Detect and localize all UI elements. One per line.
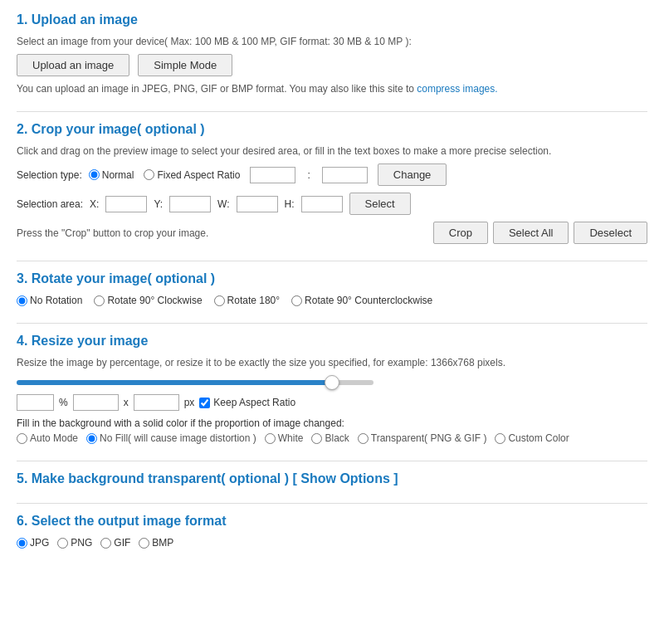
y-input[interactable]: 0 bbox=[169, 196, 211, 212]
resize-slider[interactable] bbox=[17, 380, 374, 385]
selection-type-row: Selection type: Normal Fixed Aspect Rati… bbox=[17, 163, 647, 186]
w-input[interactable]: 0 bbox=[237, 196, 278, 212]
crop-description: Click and drag on the preview image to s… bbox=[17, 145, 647, 157]
gif-format-label[interactable]: GIF bbox=[100, 537, 130, 549]
fixed-ratio-radio[interactable] bbox=[144, 169, 154, 180]
h-label: H: bbox=[285, 198, 295, 210]
rotate-section: 3. Rotate your image( optional ) No Rota… bbox=[17, 271, 647, 306]
upload-buttons-container: Upload an image Simple Mode bbox=[17, 54, 647, 76]
select-button[interactable]: Select bbox=[349, 193, 411, 215]
auto-mode-label[interactable]: Auto Mode bbox=[17, 432, 78, 444]
divider-1 bbox=[17, 111, 647, 112]
no-fill-label[interactable]: No Fill( will cause image distortion ) bbox=[86, 432, 256, 444]
black-fill-text: Black bbox=[325, 432, 349, 444]
x-symbol: x bbox=[124, 397, 129, 408]
keep-aspect-label[interactable]: Keep Aspect Ratio bbox=[199, 397, 295, 408]
rotate-clockwise-radio[interactable] bbox=[94, 295, 105, 306]
simple-mode-button[interactable]: Simple Mode bbox=[138, 54, 232, 76]
keep-aspect-text: Keep Aspect Ratio bbox=[213, 397, 295, 408]
black-fill-radio[interactable] bbox=[311, 433, 322, 444]
rotate-180-label[interactable]: Rotate 180° bbox=[214, 295, 281, 306]
upload-image-button[interactable]: Upload an image bbox=[17, 54, 129, 76]
bmp-label-text: BMP bbox=[152, 537, 173, 549]
normal-radio[interactable] bbox=[89, 169, 100, 180]
select-all-button[interactable]: Select All bbox=[493, 222, 569, 244]
rotate-clockwise-label[interactable]: Rotate 90° Clockwise bbox=[94, 295, 202, 306]
transparent-fill-radio[interactable] bbox=[358, 433, 369, 444]
rotate-counterclockwise-label[interactable]: Rotate 90° Counterclockwise bbox=[291, 295, 432, 306]
px-symbol: px bbox=[184, 397, 195, 408]
fill-options: Fill in the background with a solid colo… bbox=[17, 417, 647, 444]
bmp-format-label[interactable]: BMP bbox=[139, 537, 173, 549]
h-input[interactable]: 0 bbox=[301, 196, 343, 212]
rotate-180-text: Rotate 180° bbox=[227, 295, 281, 306]
transparent-fill-text: Transparent( PNG & GIF ) bbox=[371, 432, 487, 444]
resize-percent-input[interactable]: 100 bbox=[17, 394, 54, 411]
gif-radio[interactable] bbox=[100, 538, 111, 549]
transparent-fill-label[interactable]: Transparent( PNG & GIF ) bbox=[358, 432, 487, 444]
custom-color-radio[interactable] bbox=[495, 433, 505, 444]
png-radio[interactable] bbox=[57, 538, 68, 549]
normal-radio-label[interactable]: Normal bbox=[89, 169, 134, 181]
auto-mode-radio[interactable] bbox=[17, 433, 27, 444]
compress-images-link[interactable]: compress images. bbox=[417, 83, 497, 95]
no-rotation-label[interactable]: No Rotation bbox=[17, 295, 82, 306]
white-fill-radio[interactable] bbox=[265, 433, 276, 444]
resize-height-input[interactable]: 500 bbox=[134, 394, 179, 411]
deselect-button[interactable]: Deselect bbox=[574, 222, 647, 244]
upload-footer: You can upload an image in JPEG, PNG, GI… bbox=[17, 83, 647, 95]
resize-section: 4. Resize your image Resize the image by… bbox=[17, 334, 647, 444]
fill-description: Fill in the background with a solid colo… bbox=[17, 417, 647, 429]
rotate-counterclockwise-radio[interactable] bbox=[291, 295, 302, 306]
rotate-options: No Rotation Rotate 90° Clockwise Rotate … bbox=[17, 295, 647, 306]
resize-heading: 4. Resize your image bbox=[17, 334, 647, 349]
ratio-width-input[interactable]: 1366 bbox=[250, 167, 295, 183]
no-fill-radio[interactable] bbox=[86, 433, 97, 444]
x-label: X: bbox=[90, 198, 99, 210]
upload-footer-text: You can upload an image in JPEG, PNG, GI… bbox=[17, 83, 417, 95]
resize-inputs-row: 100 % 500 x 500 px Keep Aspect Ratio bbox=[17, 394, 647, 411]
normal-radio-text: Normal bbox=[102, 169, 134, 181]
change-button[interactable]: Change bbox=[378, 163, 447, 186]
crop-heading: 2. Crop your image( optional ) bbox=[17, 122, 647, 137]
black-fill-label[interactable]: Black bbox=[311, 432, 349, 444]
bmp-radio[interactable] bbox=[139, 538, 149, 549]
selection-type-label: Selection type: bbox=[17, 169, 82, 181]
png-format-label[interactable]: PNG bbox=[57, 537, 92, 549]
y-label: Y: bbox=[154, 198, 163, 210]
resize-description: Resize the image by percentage, or resiz… bbox=[17, 357, 647, 368]
rotate-180-radio[interactable] bbox=[214, 295, 225, 306]
divider-2 bbox=[17, 261, 647, 261]
custom-color-label[interactable]: Custom Color bbox=[495, 432, 569, 444]
fill-options-row: Auto Mode No Fill( will cause image dist… bbox=[17, 432, 647, 444]
x-input[interactable]: 0 bbox=[105, 196, 147, 212]
crop-button[interactable]: Crop bbox=[433, 222, 488, 244]
background-section: 5. Make background transparent( optional… bbox=[17, 471, 647, 486]
no-fill-text: No Fill( will cause image distortion ) bbox=[100, 432, 256, 444]
jpg-radio[interactable] bbox=[17, 538, 27, 549]
divider-5 bbox=[17, 503, 647, 504]
jpg-label-text: JPG bbox=[30, 537, 49, 549]
white-fill-label[interactable]: White bbox=[265, 432, 304, 444]
slider-container bbox=[17, 375, 647, 388]
fixed-ratio-radio-label[interactable]: Fixed Aspect Ratio bbox=[144, 169, 240, 181]
selection-area-row: Selection area: X: 0 Y: 0 W: 0 H: 0 Sele… bbox=[17, 193, 647, 215]
jpg-format-label[interactable]: JPG bbox=[17, 537, 49, 549]
ratio-height-input[interactable]: 768 bbox=[322, 167, 368, 183]
format-options: JPG PNG GIF BMP bbox=[17, 537, 647, 549]
crop-buttons: Crop Select All Deselect bbox=[433, 222, 647, 244]
upload-section: 1. Upload an image Select an image from … bbox=[17, 12, 647, 95]
keep-aspect-checkbox[interactable] bbox=[199, 398, 210, 408]
no-rotation-radio[interactable] bbox=[17, 295, 27, 306]
white-fill-text: White bbox=[278, 432, 304, 444]
divider-3 bbox=[17, 323, 647, 324]
no-rotation-text: No Rotation bbox=[30, 295, 82, 306]
ratio-colon: : bbox=[307, 169, 310, 181]
divider-4 bbox=[17, 461, 647, 461]
rotate-heading: 3. Rotate your image( optional ) bbox=[17, 271, 647, 286]
crop-press-text: Press the "Crop" button to crop your ima… bbox=[17, 227, 208, 239]
png-label-text: PNG bbox=[71, 537, 92, 549]
upload-description: Select an image from your device( Max: 1… bbox=[17, 36, 647, 47]
background-heading: 5. Make background transparent( optional… bbox=[17, 471, 647, 486]
resize-width-input[interactable]: 500 bbox=[73, 394, 119, 411]
